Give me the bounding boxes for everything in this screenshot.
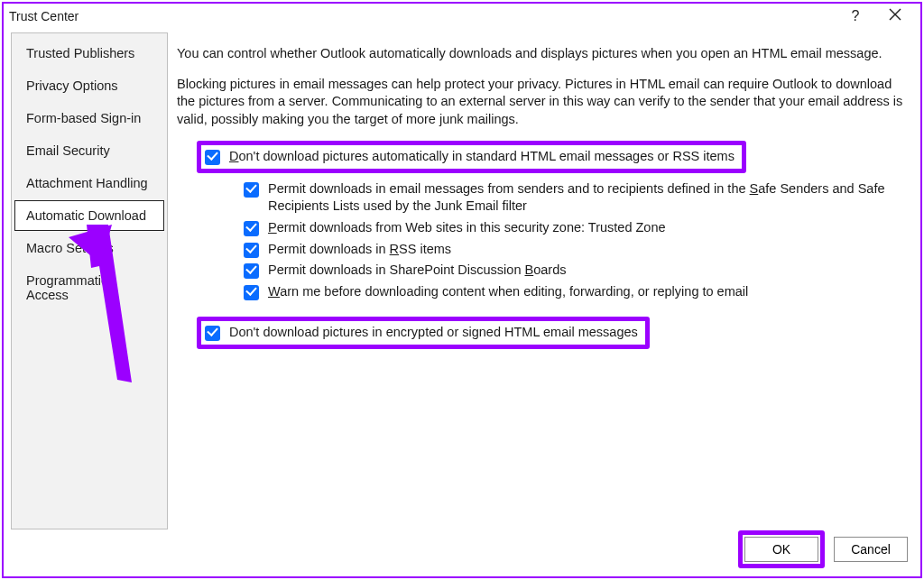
- checkbox-icon: [205, 150, 220, 165]
- checkbox-icon: [244, 182, 259, 198]
- intro-text-2: Blocking pictures in email messages can …: [177, 76, 906, 129]
- close-button[interactable]: [875, 8, 915, 24]
- checkbox-label: Permit downloads in SharePoint Discussio…: [268, 262, 566, 280]
- dialog-footer: OK Cancel: [4, 529, 920, 576]
- trust-center-dialog: Trust Center ? Trusted Publishers Privac…: [2, 2, 922, 578]
- sidebar-item-automatic-download[interactable]: Automatic Download: [14, 200, 164, 231]
- window-title: Trust Center: [9, 9, 79, 23]
- content-pane: You can control whether Outlook automati…: [177, 32, 913, 529]
- ok-button[interactable]: OK: [744, 537, 818, 562]
- sidebar-item-attachment-handling[interactable]: Attachment Handling: [14, 168, 164, 198]
- sidebar-item-privacy-options[interactable]: Privacy Options: [14, 70, 164, 101]
- checkbox-label: Permit downloads in email messages from …: [268, 180, 906, 216]
- checkbox-permit-trusted-zone[interactable]: Permit downloads from Web sites in this …: [244, 219, 906, 237]
- checkbox-label: Permit downloads from Web sites in this …: [268, 219, 666, 237]
- checkbox-warn-before-download[interactable]: Warn me before downloading content when …: [244, 283, 906, 301]
- checkbox-icon: [244, 285, 259, 300]
- highlight-ok-button: OK: [738, 530, 825, 568]
- checkbox-dont-download-encrypted[interactable]: Don't download pictures in encrypted or …: [205, 324, 638, 342]
- sidebar-item-programmatic-access[interactable]: Programmatic Access: [14, 265, 164, 310]
- sidebar-item-trusted-publishers[interactable]: Trusted Publishers: [14, 38, 164, 69]
- checkbox-label: Permit downloads in RSS items: [268, 241, 451, 259]
- sidebar-item-form-based-signin[interactable]: Form-based Sign-in: [14, 103, 164, 133]
- help-button[interactable]: ?: [836, 8, 875, 24]
- highlight-main-option: Don't download pictures automatically in…: [197, 141, 746, 173]
- checkbox-icon: [244, 263, 259, 279]
- highlight-encrypted-option: Don't download pictures in encrypted or …: [197, 317, 650, 349]
- sidebar: Trusted Publishers Privacy Options Form-…: [11, 32, 168, 529]
- close-icon: [889, 8, 901, 21]
- titlebar: Trust Center ?: [4, 4, 920, 29]
- checkbox-icon: [244, 243, 259, 258]
- intro-text-1: You can control whether Outlook automati…: [177, 45, 906, 63]
- checkbox-label: Don't download pictures automatically in…: [229, 148, 735, 166]
- checkbox-dont-download-html[interactable]: Don't download pictures automatically in…: [205, 148, 735, 166]
- checkbox-permit-sharepoint[interactable]: Permit downloads in SharePoint Discussio…: [244, 262, 906, 280]
- checkbox-permit-safe-senders[interactable]: Permit downloads in email messages from …: [244, 180, 906, 216]
- sidebar-item-macro-settings[interactable]: Macro Settings: [14, 233, 164, 263]
- sidebar-item-email-security[interactable]: Email Security: [14, 135, 164, 166]
- cancel-button[interactable]: Cancel: [834, 537, 908, 562]
- checkbox-permit-rss[interactable]: Permit downloads in RSS items: [244, 241, 906, 259]
- checkbox-label: Don't download pictures in encrypted or …: [229, 324, 638, 342]
- checkbox-label: Warn me before downloading content when …: [268, 283, 748, 301]
- checkbox-icon: [205, 326, 220, 341]
- checkbox-icon: [244, 221, 259, 236]
